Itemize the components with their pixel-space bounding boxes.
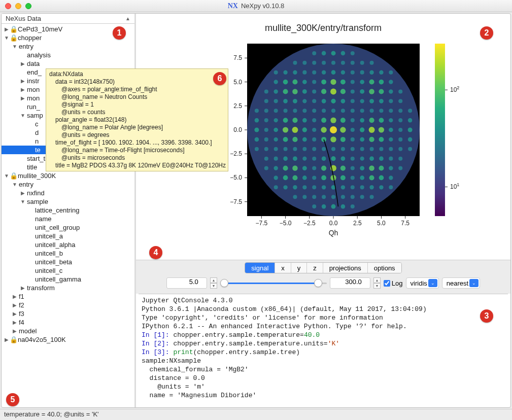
status-bar: temperature = 40.0; @units = 'K' (0, 409, 512, 420)
plot-title: mullite_300K/entry/transform (265, 23, 382, 33)
svg-point-23 (274, 128, 278, 132)
svg-point-37 (283, 118, 288, 123)
range-max-input[interactable]: 300.0 (330, 277, 370, 289)
disclosure-closed-icon[interactable]: ▶ (20, 285, 26, 291)
ipython-console[interactable]: Jupyter QtConsole 4.3.0 Python 3.6.1 |An… (139, 294, 508, 406)
svg-text:5.0: 5.0 (377, 220, 386, 227)
svg-point-138 (341, 70, 345, 74)
svg-text:−5.0: −5.0 (230, 174, 242, 181)
tree-item[interactable]: unitcell_alpha (2, 240, 134, 249)
svg-point-212 (389, 80, 393, 84)
svg-point-32 (283, 166, 288, 171)
svg-point-10 (264, 147, 268, 151)
tree-item[interactable]: name (2, 215, 134, 223)
svg-point-57 (293, 61, 297, 65)
disclosure-closed-icon[interactable]: ▶ (4, 26, 10, 32)
tree-item[interactable]: ▶transform (2, 284, 134, 292)
svg-text:7.5: 7.5 (401, 220, 409, 227)
tree-item[interactable]: unitcell_beta (2, 258, 134, 266)
tab-projections[interactable]: projections (323, 263, 368, 273)
svg-point-74 (312, 195, 316, 199)
svg-point-156 (351, 61, 355, 65)
svg-rect-257 (435, 44, 445, 216)
svg-point-16 (264, 89, 268, 93)
interpolation-select[interactable]: nearest⌄ (442, 277, 480, 289)
tree-item[interactable]: ▶nxfind (2, 189, 134, 197)
tree-item[interactable]: unitcell_gamma (2, 275, 134, 284)
svg-point-29 (274, 71, 278, 75)
disclosure-open-icon[interactable]: ▼ (12, 44, 18, 49)
svg-point-198 (379, 89, 384, 94)
log-checkbox-input[interactable] (384, 280, 390, 287)
range-min-input[interactable]: 5.0 (166, 277, 207, 289)
disclosure-closed-icon[interactable]: ▶ (12, 311, 18, 317)
tree-item[interactable]: unitcell_a (2, 232, 134, 240)
range-slider[interactable] (220, 278, 327, 288)
svg-point-117 (331, 109, 335, 113)
svg-point-188 (379, 185, 383, 189)
disclosure-closed-icon[interactable]: ▶ (12, 302, 18, 308)
range-min-stepper[interactable]: ▲▼ (210, 277, 217, 289)
disclosure-closed-icon[interactable]: ▶ (12, 320, 18, 325)
tree-item[interactable]: ▼entry (2, 42, 134, 51)
tree-header[interactable]: NeXus Data ▲ (2, 14, 134, 24)
minimize-window-button[interactable] (15, 3, 21, 9)
disclosure-open-icon[interactable]: ▼ (4, 173, 10, 179)
svg-point-174 (369, 185, 373, 189)
tree-item[interactable]: unitcell_c (2, 266, 134, 275)
range-max-stepper[interactable]: ▲▼ (373, 277, 381, 289)
tab-options[interactable]: options (368, 263, 401, 273)
zoom-window-button[interactable] (25, 3, 31, 9)
disclosure-closed-icon[interactable]: ▶ (4, 337, 10, 342)
disclosure-closed-icon[interactable]: ▶ (12, 328, 18, 334)
callout-badge-2: 2 (480, 26, 493, 40)
tree-item[interactable]: ▼🔒mullite_300K (2, 171, 134, 180)
tree-item[interactable]: lattice_centring (2, 206, 134, 215)
disclosure-closed-icon[interactable]: ▶ (20, 190, 26, 196)
tree-item[interactable]: ▶f1 (2, 292, 134, 301)
colormap-select[interactable]: viridis⌄ (406, 277, 439, 289)
svg-point-42 (283, 70, 287, 74)
svg-point-193 (379, 137, 384, 142)
disclosure-closed-icon[interactable]: ▶ (20, 78, 26, 84)
log-checkbox[interactable]: Log (384, 279, 403, 287)
svg-point-66 (302, 118, 307, 123)
svg-point-125 (341, 195, 345, 199)
tab-z[interactable]: z (307, 263, 323, 273)
tree-item[interactable]: ▶🔒na04v2o5_100K (2, 335, 134, 344)
tree-item[interactable]: ▼entry (2, 180, 134, 189)
tree-item[interactable]: ▶f3 (2, 309, 134, 318)
close-window-button[interactable] (5, 3, 11, 9)
tree-item[interactable]: ▶model (2, 327, 134, 335)
tab-signal[interactable]: signal (245, 263, 275, 273)
tree-item[interactable]: ▶f2 (2, 301, 134, 309)
range-thumb-hi[interactable] (314, 279, 322, 287)
svg-point-118 (331, 99, 335, 103)
tree-item[interactable]: ▶f4 (2, 318, 134, 327)
svg-point-190 (379, 166, 384, 171)
svg-point-84 (312, 99, 316, 103)
tree-item[interactable]: unit_cell_group (2, 223, 134, 232)
disclosure-open-icon[interactable]: ▼ (4, 35, 10, 41)
svg-point-36 (283, 127, 288, 132)
tree-item[interactable]: ▼sample (2, 197, 134, 206)
tab-y[interactable]: y (291, 263, 308, 273)
disclosure-open-icon[interactable]: ▼ (12, 182, 18, 187)
lock-icon: 🔒 (10, 34, 17, 42)
disclosure-open-icon[interactable]: ▼ (20, 199, 26, 204)
range-thumb-lo[interactable] (220, 279, 228, 287)
tab-x[interactable]: x (275, 263, 291, 273)
disclosure-closed-icon[interactable]: ▶ (12, 294, 18, 299)
tree-item[interactable]: unitcell_b (2, 249, 134, 258)
svg-text:5.0: 5.0 (233, 79, 242, 86)
tree-item[interactable]: analysis (2, 51, 134, 59)
svg-point-160 (360, 176, 364, 180)
tree-header-sort-icon[interactable]: ▲ (125, 16, 130, 21)
tree-item[interactable]: ▶data (2, 59, 134, 68)
svg-point-8 (264, 166, 268, 170)
disclosure-closed-icon[interactable]: ▶ (20, 87, 26, 92)
svg-point-207 (389, 128, 393, 132)
disclosure-closed-icon[interactable]: ▶ (20, 95, 26, 101)
disclosure-open-icon[interactable]: ▼ (20, 113, 26, 118)
disclosure-closed-icon[interactable]: ▶ (20, 61, 26, 66)
